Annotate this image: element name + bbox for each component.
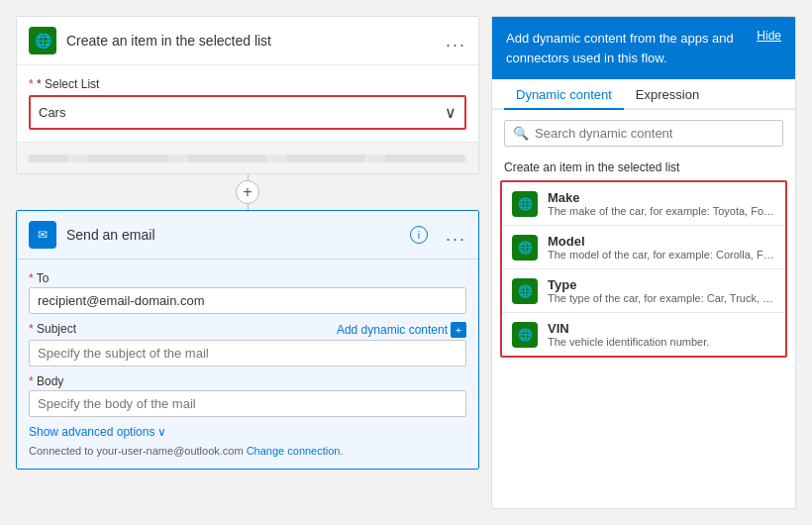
select-list-value: Cars (39, 105, 65, 120)
dynamic-items-list: 🌐 Make The make of the car, for example:… (500, 180, 787, 358)
add-step-button[interactable]: + (236, 180, 259, 204)
show-advanced-label: Show advanced options (29, 425, 154, 439)
subject-input[interactable] (29, 340, 466, 367)
select-list-dropdown[interactable]: Cars ∨ (29, 95, 466, 130)
dynamic-item-desc: The model of the car, for example: Corol… (548, 249, 775, 261)
list-item[interactable]: 🌐 Type The type of the car, for example:… (502, 269, 785, 313)
dynamic-item-name: Make (548, 190, 775, 205)
add-dynamic-label: Add dynamic content (337, 323, 448, 337)
to-field-row: * To (29, 271, 466, 314)
tabs-row: Dynamic content Expression (492, 79, 795, 110)
dynamic-item-icon: 🌐 (512, 191, 538, 217)
search-input[interactable] (535, 126, 774, 141)
create-item-card: 🌐 Create an item in the selected list ..… (16, 16, 479, 174)
body-label: * Body (29, 374, 466, 388)
connection-footer: Connected to your-user-name@outlook.com … (29, 445, 466, 457)
dynamic-item-desc: The type of the car, for example: Car, T… (548, 292, 775, 304)
body-field-row: * Body (29, 374, 466, 417)
right-panel: Add dynamic content from the apps and co… (491, 16, 796, 509)
email-header-icon: ✉ (29, 221, 56, 249)
dynamic-item-icon: 🌐 (512, 322, 538, 348)
dynamic-content-header-text: Add dynamic content from the apps and co… (506, 29, 749, 67)
dynamic-item-name: Type (548, 277, 775, 292)
subject-field-row: * Subject Add dynamic content + (29, 322, 466, 367)
dynamic-item-icon: 🌐 (512, 278, 538, 304)
chevron-down-icon: ∨ (157, 425, 166, 439)
create-item-icon: 🌐 (29, 27, 56, 54)
tab-expression[interactable]: Expression (624, 79, 711, 110)
list-item[interactable]: 🌐 Make The make of the car, for example:… (502, 182, 785, 226)
create-item-card-header: 🌐 Create an item in the selected list ..… (17, 17, 478, 65)
dynamic-item-name: VIN (548, 321, 775, 336)
to-label: * To (29, 271, 466, 285)
dynamic-item-name: Model (548, 234, 775, 249)
list-item[interactable]: 🌐 Model The model of the car, for exampl… (502, 226, 785, 269)
search-box: 🔍 (504, 120, 783, 147)
show-advanced-button[interactable]: Show advanced options ∨ (29, 425, 466, 439)
search-icon: 🔍 (513, 126, 529, 141)
subject-label: * Subject (29, 322, 76, 336)
create-item-menu[interactable]: ... (446, 31, 466, 52)
chevron-down-icon: ∨ (445, 103, 457, 122)
tab-dynamic-content[interactable]: Dynamic content (504, 79, 624, 110)
to-input[interactable] (29, 287, 466, 314)
dynamic-item-desc: The vehicle identification number. (548, 336, 775, 348)
email-card-menu[interactable]: ... (446, 225, 466, 246)
email-card-title: Send an email (66, 227, 400, 243)
email-card: ✉ Send an email i ... * To * Subject Add… (16, 210, 479, 470)
add-dynamic-icon: + (451, 322, 466, 338)
dynamic-content-header: Add dynamic content from the apps and co… (492, 17, 795, 79)
section-label: Create an item in the selected list (492, 157, 795, 180)
email-card-header: ✉ Send an email i ... (17, 211, 478, 260)
left-panel: 🌐 Create an item in the selected list ..… (16, 16, 479, 509)
body-input[interactable] (29, 390, 466, 417)
change-connection-link[interactable]: Change connection. (247, 445, 344, 457)
subject-row: * Subject Add dynamic content + (29, 322, 466, 338)
dynamic-item-desc: The make of the car, for example: Toyota… (548, 205, 775, 217)
add-dynamic-content-button[interactable]: Add dynamic content + (337, 322, 466, 338)
flow-connector: + (16, 174, 479, 210)
create-item-body: * * Select List Cars ∨ (17, 65, 478, 142)
list-item[interactable]: 🌐 VIN The vehicle identification number. (502, 313, 785, 356)
email-card-body: * To * Subject Add dynamic content + * B… (17, 260, 478, 469)
collapsed-bar-visual (29, 155, 466, 162)
connected-text: Connected to your-user-name@outlook.com (29, 445, 244, 457)
info-icon[interactable]: i (410, 226, 428, 244)
dynamic-item-icon: 🌐 (512, 235, 538, 261)
hide-button[interactable]: Hide (757, 29, 781, 43)
select-list-label: * * Select List (29, 77, 466, 91)
collapsed-fields (17, 142, 478, 173)
create-item-title: Create an item in the selected list (66, 33, 436, 49)
